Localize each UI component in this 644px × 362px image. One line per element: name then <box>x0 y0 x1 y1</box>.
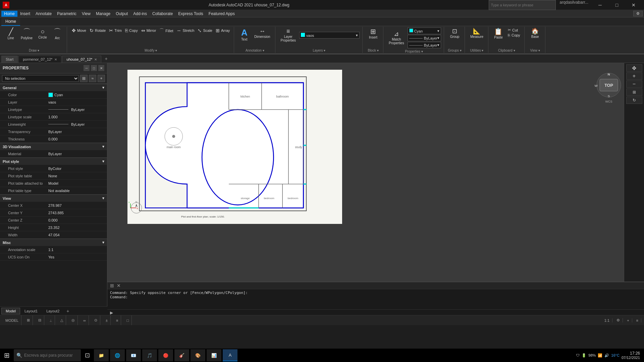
menu-view[interactable]: View <box>79 11 93 17</box>
view-group-label[interactable]: View ▾ <box>530 48 540 53</box>
polar-toggle[interactable]: △ <box>58 315 66 325</box>
ducs-toggle[interactable]: ⊙ <box>92 315 100 325</box>
ortho-toggle[interactable]: ⟂ <box>47 315 55 325</box>
polyline-button[interactable]: ⌒ Polyline <box>19 27 35 41</box>
illustrator-button[interactable]: 🎨 <box>191 349 205 361</box>
text-button[interactable]: A Text <box>237 27 251 42</box>
general-section-header[interactable]: General ▾ <box>0 84 107 91</box>
menu-featured[interactable]: Featured Apps <box>206 11 237 17</box>
paste-button[interactable]: 📋 Paste <box>492 27 505 40</box>
cmd-minimize-icon[interactable]: ✕ <box>117 283 121 288</box>
dynmode-toggle[interactable]: ± <box>103 315 111 325</box>
tab-pormenor[interactable]: pormenor_07_12* ✕ <box>18 56 61 63</box>
rotate-button[interactable]: ↻ Rotate <box>88 27 107 34</box>
menu-express[interactable]: Express Tools <box>175 11 206 17</box>
model-status[interactable]: MODEL <box>3 315 21 325</box>
command-input[interactable] <box>114 311 641 315</box>
autocad-taskbar-button[interactable]: A <box>223 349 237 361</box>
insert-button[interactable]: ⊞ Insert <box>367 27 380 40</box>
new-tab-button[interactable]: + <box>102 55 110 63</box>
utilities-group-label[interactable]: Utilities ▾ <box>470 48 483 53</box>
windows-start-button[interactable]: ⊞ <box>1 349 12 361</box>
block-group-label[interactable]: Block ▾ <box>368 48 378 53</box>
groups-group-label[interactable]: Groups ▾ <box>448 48 462 53</box>
clock[interactable]: 17:26 07/12/2021 <box>622 351 640 360</box>
trim-button[interactable]: ✂ Trim <box>108 27 123 34</box>
fillet-button[interactable]: ⌒ Fillet <box>158 27 174 34</box>
tab-start[interactable]: Start <box>1 56 18 63</box>
transparency-toggle[interactable]: □ <box>124 315 132 325</box>
view-section-header[interactable]: View ▾ <box>0 194 107 202</box>
mirror-button[interactable]: ⇔ Mirror <box>140 27 158 34</box>
workspace-selector[interactable]: ⚙ <box>633 11 643 16</box>
model-tab-layout1[interactable]: Layout1 <box>20 308 42 314</box>
group-button[interactable]: ⊡ Group <box>448 27 462 39</box>
copy-button[interactable]: ⎘ Copy <box>124 27 139 34</box>
add-layout-button[interactable]: + <box>64 307 72 315</box>
statusbar-menu[interactable]: ≡ <box>634 318 641 322</box>
task-view-button[interactable]: ⊡ <box>82 349 93 361</box>
mail-button[interactable]: 📧 <box>126 349 141 361</box>
close-button[interactable]: ✕ <box>626 0 641 10</box>
layer-properties-button[interactable]: ≡ LayerProperties <box>279 27 298 43</box>
menu-insert[interactable]: Insert <box>17 11 33 17</box>
app1-button[interactable]: 🔴 <box>158 349 173 361</box>
menu-parametric[interactable]: Parametric <box>54 11 79 17</box>
circle-button[interactable]: ○ Circle <box>36 27 49 40</box>
layer-selector[interactable]: vaos ▾ <box>299 32 360 39</box>
select-similar-button[interactable]: ≈ <box>89 75 96 82</box>
menu-collaborate[interactable]: Collaborate <box>150 11 175 17</box>
edge-button[interactable]: 🌐 <box>110 349 125 361</box>
cut-button[interactable]: ✂ Cut <box>506 27 522 33</box>
zoom-out-button[interactable]: − <box>626 80 642 88</box>
layers-group-label[interactable]: Layers ▾ <box>313 48 325 53</box>
ribbon-tab-home[interactable]: Home <box>1 18 20 26</box>
minimize-button[interactable]: ─ <box>592 0 608 10</box>
menu-manage[interactable]: Manage <box>93 11 113 17</box>
selection-dropdown[interactable]: No selection <box>2 75 79 82</box>
music-button[interactable]: 🎵 <box>142 349 157 361</box>
excel-button[interactable]: 📊 <box>207 349 221 361</box>
model-tab-layout2[interactable]: Layout2 <box>42 308 64 314</box>
line-button[interactable]: ╱ Line <box>4 27 17 41</box>
spotify-button[interactable]: 🎸 <box>174 349 189 361</box>
add-to-set-button[interactable]: + <box>98 75 105 82</box>
array-button[interactable]: ⊞ Array <box>214 27 231 34</box>
prop-maximize-button[interactable]: □ <box>91 65 97 71</box>
lineweight-toggle[interactable]: ≡ <box>113 315 121 325</box>
move-button[interactable]: ✥ Move <box>70 27 88 34</box>
copy-clipboard-button[interactable]: ⎘ Copy <box>506 33 522 38</box>
menu-home[interactable]: Home <box>1 11 17 17</box>
clipboard-group-label[interactable]: Clipboard ▾ <box>498 48 515 53</box>
base-button[interactable]: 🏠 Base <box>528 27 542 39</box>
tab-pormenor-close[interactable]: ✕ <box>54 58 57 61</box>
snap-toggle[interactable]: ⊟ <box>36 315 44 325</box>
pan-button[interactable]: ✥ <box>626 64 642 72</box>
draw-group-label[interactable]: Draw ▾ <box>29 48 39 53</box>
dimension-button[interactable]: ↔ Dimension <box>252 27 272 39</box>
statusbar-add[interactable]: + <box>624 318 632 322</box>
orbit-button[interactable]: ↻ <box>626 97 642 104</box>
menu-annotate[interactable]: Annotate <box>33 11 54 17</box>
taskbar-search-input[interactable] <box>24 353 74 358</box>
quickselect-button[interactable]: ⊞ <box>80 75 88 82</box>
settings-icon[interactable]: ⚙ <box>614 318 623 322</box>
zoom-level[interactable]: 1:1 <box>602 318 612 322</box>
tab-uhouse[interactable]: uhouse_07_12* ✕ <box>62 56 101 63</box>
tab-uhouse-close[interactable]: ✕ <box>94 58 97 61</box>
scale-button[interactable]: ⤡ Scale <box>196 27 214 34</box>
search-input[interactable] <box>489 0 556 10</box>
viz-section-header[interactable]: 3D Visualization ▾ <box>0 143 107 150</box>
menu-output[interactable]: Output <box>113 11 130 17</box>
prop-minimize-button[interactable]: ─ <box>84 65 90 71</box>
osnap-toggle[interactable]: ◎ <box>69 315 78 325</box>
measure-button[interactable]: 📐 Measure <box>468 27 485 39</box>
linetype1-selector[interactable]: ByLayer ▾ <box>408 35 441 41</box>
otrack-toggle[interactable]: ∞ <box>80 315 89 325</box>
arc-button[interactable]: ⌒ Arc <box>51 27 64 41</box>
properties-group-label[interactable]: Properties ▾ <box>405 49 423 54</box>
menu-addins[interactable]: Add-ins <box>130 11 150 17</box>
zoom-in-button[interactable]: + <box>626 72 642 80</box>
modify-group-label[interactable]: Modify ▾ <box>145 48 157 53</box>
misc-section-header[interactable]: Misc ▾ <box>0 239 107 246</box>
